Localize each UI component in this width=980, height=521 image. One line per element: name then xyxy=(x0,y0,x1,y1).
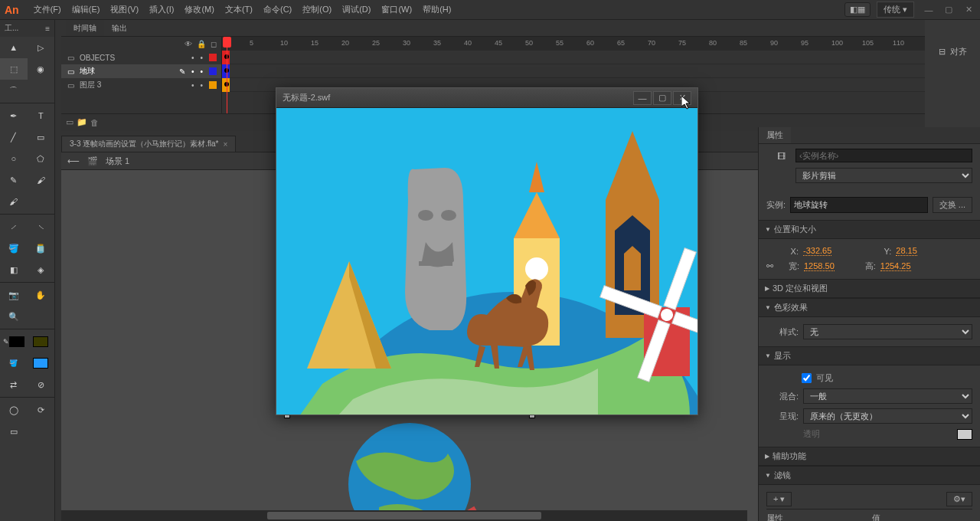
new-layer-icon[interactable]: ▭ xyxy=(66,117,74,127)
line-tool[interactable]: ╱ xyxy=(0,126,28,148)
ink-bottle-tool[interactable]: 🫙 xyxy=(28,238,55,259)
layout-dropdown[interactable]: 传统 ▾ xyxy=(877,2,914,18)
fill-color-dark[interactable] xyxy=(28,331,55,352)
menu-modify[interactable]: 修改(M) xyxy=(179,4,220,15)
blend-select[interactable]: 一般 xyxy=(803,388,972,404)
menu-debug[interactable]: 调试(D) xyxy=(337,4,376,15)
preview-titlebar[interactable]: 无标题-2.swf — ▢ ✕ xyxy=(276,88,697,108)
layer-row[interactable]: ▭ OBJECTS •• xyxy=(61,51,221,64)
fill-color[interactable]: 🪣 xyxy=(0,352,28,374)
scene-name[interactable]: 场景 1 xyxy=(106,156,129,167)
section-position-size[interactable]: 位置和大小 xyxy=(759,220,980,239)
add-filter-button[interactable]: + ▾ xyxy=(766,492,792,506)
free-transform-tool[interactable]: ⬚ xyxy=(0,58,28,80)
instance-name-input[interactable] xyxy=(795,149,972,162)
prop-y[interactable]: 28.15 xyxy=(896,246,917,256)
layer-icon: ▭ xyxy=(66,67,75,76)
svg-marker-19 xyxy=(624,246,641,290)
horizontal-scrollbar[interactable] xyxy=(61,510,747,521)
section-accessibility[interactable]: 辅助功能 xyxy=(759,447,980,466)
pen-tool[interactable]: ✒ xyxy=(0,105,28,126)
preview-minimize[interactable]: — xyxy=(633,91,652,105)
menu-help[interactable]: 帮助(H) xyxy=(417,4,456,15)
swap-colors[interactable]: ⇄ xyxy=(0,374,28,395)
paint-bucket-tool[interactable]: 🪣 xyxy=(0,238,28,259)
fill-color-swatch[interactable] xyxy=(28,352,55,374)
bind-tool[interactable]: ⟍ xyxy=(28,216,55,238)
render-select[interactable]: 原来的（无更改） xyxy=(803,408,972,424)
rectangle-tool[interactable]: ▭ xyxy=(28,126,55,148)
app-logo: An xyxy=(5,4,19,16)
section-3d[interactable]: 3D 定位和视图 xyxy=(759,279,980,298)
filter-options-icon[interactable]: ⚙▾ xyxy=(946,492,972,506)
close-tab-icon[interactable]: × xyxy=(223,140,227,149)
subselection-tool[interactable]: ▷ xyxy=(28,37,55,58)
option-tool[interactable]: ⟳ xyxy=(28,399,55,421)
prop-h[interactable]: 1254.25 xyxy=(880,261,911,271)
scene-icon: 🎬 xyxy=(87,156,98,166)
layer-row[interactable]: ▭ 图层 3 •• xyxy=(61,78,221,92)
selection-tool[interactable]: ▲ xyxy=(0,37,28,58)
symbol-type-select[interactable]: 影片剪辑 xyxy=(795,168,972,183)
new-folder-icon[interactable]: 📁 xyxy=(77,117,87,127)
layer-icon: ▭ xyxy=(66,80,75,90)
preview-close[interactable]: ✕ xyxy=(673,91,691,105)
brush-tool[interactable]: 🖌 xyxy=(28,169,55,191)
menu-view[interactable]: 视图(V) xyxy=(105,4,144,15)
back-icon[interactable]: ⟵ xyxy=(67,156,80,166)
width-tool[interactable]: ◈ xyxy=(28,259,55,280)
layer-row[interactable]: ▭ 地球 ✎•• xyxy=(61,64,221,78)
menu-insert[interactable]: 插入(I) xyxy=(144,4,179,15)
section-color-effect[interactable]: 色彩效果 xyxy=(759,298,980,317)
window-close[interactable]: ✕ xyxy=(962,5,975,15)
window-minimize[interactable]: — xyxy=(922,5,936,15)
pencil-tool[interactable]: ✎ xyxy=(0,169,28,191)
document-tab[interactable]: 3-3 逐帧动画的设置（小马旅行记）素材.fla* × xyxy=(61,136,236,152)
panel-menu-icon[interactable]: ≡ xyxy=(45,25,50,33)
symbol-type-icon: 🎞 xyxy=(766,149,795,185)
menu-file[interactable]: 文件(F) xyxy=(28,4,67,15)
oval-tool[interactable]: ○ xyxy=(0,148,28,169)
workspace-icon[interactable]: ◧▦ xyxy=(844,2,871,17)
lasso-tool[interactable]: ⌒ xyxy=(0,80,28,101)
output-tab[interactable]: 输出 xyxy=(104,20,135,36)
camera-tool[interactable]: 📷 xyxy=(0,284,28,306)
align-panel-strip: ⊟ 对齐 xyxy=(925,20,980,127)
eraser-tool[interactable]: ◧ xyxy=(0,259,28,280)
bone-tool[interactable]: ⟋ xyxy=(0,216,28,238)
polystar-tool[interactable]: ⬠ xyxy=(28,148,55,169)
snap-tool[interactable]: ◯ xyxy=(0,399,28,421)
color-style-select[interactable]: 无 xyxy=(803,324,972,339)
section-filters[interactable]: 滤镜 xyxy=(759,466,980,485)
text-tool[interactable]: T xyxy=(28,105,55,126)
option-tool-2[interactable]: ▭ xyxy=(0,421,28,442)
paint-brush-tool[interactable]: 🖌 xyxy=(0,191,28,212)
preview-maximize[interactable]: ▢ xyxy=(653,91,671,105)
stroke-color[interactable]: ✎ xyxy=(0,331,28,352)
align-button[interactable]: ⊟ 对齐 xyxy=(933,43,973,61)
tools-panel: 工...≡ ▲ ▷ ⬚ ◉ ⌒ ✒ T ╱ ▭ ○ ⬠ ✎ 🖌 🖌 ⟋ ⟍ 🪣 … xyxy=(0,20,55,521)
menu-text[interactable]: 文本(T) xyxy=(220,4,258,15)
timeline-tab[interactable]: 时间轴 xyxy=(66,20,104,36)
section-display[interactable]: 显示 xyxy=(759,346,980,365)
stage-symbol[interactable] xyxy=(287,415,532,521)
zoom-tool[interactable]: 🔍 xyxy=(0,306,28,327)
menu-edit[interactable]: 编辑(E) xyxy=(67,4,106,15)
prop-x[interactable]: -332.65 xyxy=(803,246,831,256)
3d-rotation-tool[interactable]: ◉ xyxy=(28,58,55,80)
window-maximize[interactable]: ▢ xyxy=(942,5,956,15)
menu-window[interactable]: 窗口(W) xyxy=(376,4,417,15)
no-color[interactable]: ⊘ xyxy=(28,374,55,395)
menu-control[interactable]: 控制(O) xyxy=(297,4,337,15)
prop-w[interactable]: 1258.50 xyxy=(804,261,835,271)
hand-tool[interactable]: ✋ xyxy=(28,284,55,306)
swap-button[interactable]: 交换 ... xyxy=(933,197,972,213)
delete-layer-icon[interactable]: 🗑 xyxy=(90,118,99,127)
link-wh-icon[interactable]: ⚯ xyxy=(766,261,773,271)
menu-command[interactable]: 命令(C) xyxy=(258,4,297,15)
playhead[interactable] xyxy=(227,37,227,113)
properties-tab[interactable]: 属性 xyxy=(759,127,791,143)
visible-checkbox[interactable] xyxy=(802,373,812,383)
transparent-color-swatch[interactable] xyxy=(957,429,972,440)
preview-window: 无标题-2.swf — ▢ ✕ xyxy=(276,87,698,415)
